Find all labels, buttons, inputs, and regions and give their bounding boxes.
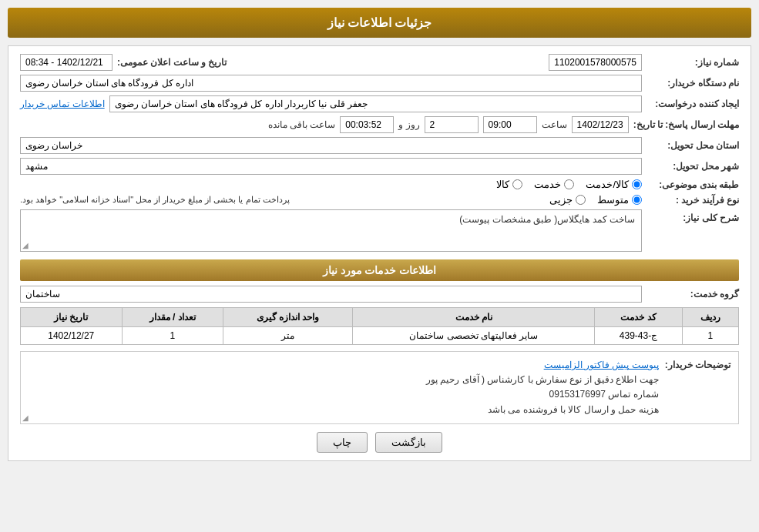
page-header: جزئیات اطلاعات نیاز (8, 8, 751, 38)
need-description-content: ساخت کمد هایگلاس( طبق مشخصات پیوست) (459, 214, 635, 225)
purchase-note: پرداخت تمام یا بخشی از مبلغ خریدار از مح… (20, 195, 290, 205)
notes-line3: شماره تماس 09153176997 (549, 389, 659, 400)
deadline-day-label: روز و (398, 119, 419, 130)
announce-date-label: تاریخ و ساعت اعلان عمومی: (117, 57, 227, 68)
col-unit: واحد اندازه گیری (223, 308, 352, 327)
province-value: خراسان رضوی (20, 137, 642, 154)
back-button[interactable]: بازگشت (375, 432, 442, 453)
cell-unit: متر (223, 327, 352, 345)
category-label: طبقه بندی موضوعی: (646, 179, 739, 190)
need-description-label: شرح کلی نیاز: (646, 212, 739, 223)
creator-value: جعفر قلی نیا کاربردار اداره کل فرودگاه ه… (109, 95, 642, 112)
buyer-notes-label: توضیحات خریدار: (665, 360, 730, 370)
col-code: کد خدمت (595, 308, 682, 327)
need-number-label: شماره نیاز: (646, 57, 739, 68)
cell-date: 1402/12/27 (21, 327, 123, 345)
purchase-type-options: متوسط جزیی (549, 194, 642, 206)
need-number-value: 1102001578000575 (549, 54, 642, 71)
category-khedmat[interactable]: خدمت (534, 179, 574, 190)
resize-icon-notes: ◢ (22, 413, 29, 422)
resize-icon: ◢ (22, 241, 29, 249)
deadline-days: 2 (425, 116, 479, 133)
col-date: تاریخ نیاز (21, 308, 123, 327)
purchase-type-label: نوع فرآیند خرید : (646, 195, 739, 206)
purchase-motavassed[interactable]: متوسط (597, 194, 642, 206)
contact-link[interactable]: اطلاعات تماس خریدار (20, 99, 105, 109)
city-value: مشهد (20, 158, 642, 175)
cell-name: سایر فعالیتهای تخصصی ساختمان (353, 327, 595, 345)
buyer-org-value: اداره کل فرودگاه های استان خراسان رضوی (20, 75, 642, 92)
city-label: شهر محل تحویل: (646, 161, 739, 172)
deadline-time-label: ساعت (542, 119, 567, 130)
service-group-value: ساختمان (20, 286, 642, 303)
need-description-box: ساخت کمد هایگلاس( طبق مشخصات پیوست) ◢ (20, 209, 642, 252)
buyer-notes-section: توضیحات خریدار: پیوست پیش فاکتور الزامیس… (20, 351, 739, 424)
cell-code: ج-43-439 (595, 327, 682, 345)
category-kala-khedmat[interactable]: کالا/خدمت (586, 179, 642, 190)
col-name: نام خدمت (353, 308, 595, 327)
services-table: ردیف کد خدمت نام خدمت واحد اندازه گیری ت… (20, 307, 739, 345)
col-row: ردیف (682, 308, 738, 327)
cell-row: 1 (682, 327, 738, 345)
cell-quantity: 1 (122, 327, 223, 345)
notes-line2: جهت اطلاع دقیق از نوع سفارش با کارشناس (… (426, 374, 659, 385)
deadline-time: 09:00 (483, 116, 537, 133)
table-row: 1ج-43-439سایر فعالیتهای تخصصی ساختمانمتر… (21, 327, 739, 345)
category-options: کالا/خدمت خدمت کالا (496, 179, 642, 190)
remaining-label: ساعت باقی مانده (268, 119, 336, 130)
category-kala[interactable]: کالا (496, 179, 522, 190)
buyer-org-label: نام دستگاه خریدار: (646, 78, 739, 89)
button-row: بازگشت چاپ (20, 432, 739, 453)
deadline-date: 1402/12/23 (572, 116, 629, 133)
deadline-label: مهلت ارسال پاسخ: تا تاریخ: (633, 119, 739, 130)
province-label: استان محل تحویل: (646, 140, 739, 151)
service-info-title: اطلاعات خدمات مورد نیاز (20, 259, 739, 281)
creator-label: ایجاد کننده درخواست: (646, 99, 739, 109)
col-qty: تعداد / مقدار (122, 308, 223, 327)
service-group-label: گروه خدمت: (646, 289, 739, 299)
print-button[interactable]: چاپ (317, 432, 368, 453)
notes-line4: هزینه حمل و ارسال کالا با فروشنده می باش… (488, 404, 659, 415)
page-title: جزئیات اطلاعات نیاز (327, 16, 432, 29)
deadline-remaining: 00:03:52 (340, 116, 394, 133)
announce-date-value: 1402/12/21 - 08:34 (20, 54, 113, 71)
purchase-jozi[interactable]: جزیی (549, 194, 586, 206)
buyer-notes-content: پیوست پیش فاکتور الزامیست جهت اطلاع دقیق… (29, 358, 659, 417)
notes-line1: پیوست پیش فاکتور الزامیست (544, 360, 659, 370)
